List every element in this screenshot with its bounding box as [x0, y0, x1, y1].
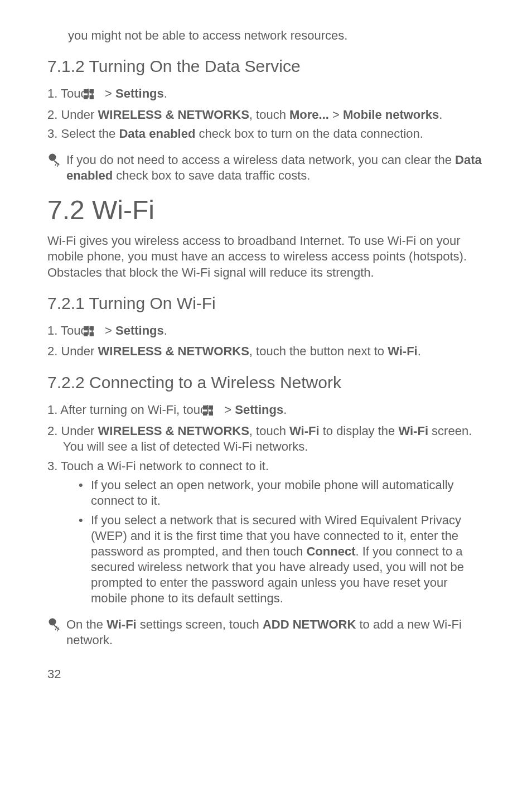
step-text: check box to turn on the data connection… [195, 127, 423, 141]
bullet-2: • If you select a network that is secure… [79, 513, 485, 607]
step-bold: Settings [115, 323, 164, 337]
step-bold: WIRELESS & NETWORKS [98, 344, 249, 358]
step-text: to display the [320, 424, 399, 438]
bullet-text: If you select an open network, your mobi… [91, 478, 454, 508]
step-2: 2. Under WIRELESS & NETWORKS, touch Wi-F… [47, 423, 485, 455]
tip-block: On the Wi-Fi settings screen, touch ADD … [47, 617, 485, 648]
heading-7-2-1: 7.2.1 Turning On Wi-Fi [47, 294, 485, 313]
step-text: . [283, 403, 287, 417]
tip-bold: Wi-Fi [107, 617, 137, 631]
step-text: > [101, 86, 115, 100]
bullet-dot: • [79, 477, 91, 493]
heading-7-2-2: 7.2.2 Connecting to a Wireless Network [47, 373, 485, 392]
step-3: 3. Select the Data enabled check box to … [47, 126, 485, 142]
tip-text: If you do not need to access a wireless … [66, 152, 485, 183]
tip-icon [47, 153, 61, 170]
step-text: 3. Select the [47, 127, 119, 141]
step-3: 3. Touch a Wi-Fi network to connect to i… [47, 458, 485, 475]
step-text: , touch [249, 108, 289, 122]
step-bold: WIRELESS & NETWORKS [98, 108, 249, 122]
step-text: 2. Under [47, 424, 98, 438]
bullet-1: • If you select an open network, your mo… [79, 477, 485, 509]
prev-page-fragment: you might not be able to access network … [68, 28, 485, 44]
step-bold: Settings [235, 403, 283, 417]
step-text: 2. Under [47, 108, 98, 122]
step-text: > [221, 403, 235, 417]
heading-7-1-2: 7.1.2 Turning On the Data Service [47, 57, 485, 76]
step-bold: Data enabled [119, 127, 195, 141]
step-text: . [439, 108, 442, 122]
tip-bold: ADD NETWORK [263, 617, 356, 631]
step-2: 2. Under WIRELESS & NETWORKS, touch More… [47, 107, 485, 123]
tip-run: If you do not need to access a wireless … [66, 153, 455, 167]
step-text: . [164, 323, 167, 337]
bullet-bold: Connect [306, 544, 355, 558]
step-bold: Settings [115, 86, 164, 100]
step-text: 2. Under [47, 344, 98, 358]
tip-run: settings screen, touch [137, 617, 263, 631]
tip-text: On the Wi-Fi settings screen, touch ADD … [66, 617, 485, 648]
step-bold: Mobile networks [343, 108, 439, 122]
step-text: 3. Touch a Wi-Fi network to connect to i… [47, 459, 269, 473]
step-bold: Wi-Fi [398, 424, 428, 438]
step-text: 1. After turning on Wi-Fi, touch [47, 403, 216, 417]
step-text: , touch the button next to [249, 344, 388, 358]
step-text: , touch [249, 424, 289, 438]
section-7-2-para: Wi-Fi gives you wireless access to broad… [47, 233, 485, 280]
step-1: 1. After turning on Wi-Fi, touch > Setti… [47, 402, 485, 420]
step-bold: Wi-Fi [289, 424, 320, 438]
step-2: 2. Under WIRELESS & NETWORKS, touch the … [47, 344, 485, 360]
bullet-dot: • [79, 513, 91, 528]
step-bold: Wi-Fi [388, 344, 418, 358]
heading-7-2: 7.2 Wi-Fi [47, 195, 485, 225]
step-1: 1. Touch > Settings. [47, 323, 485, 341]
step-bold: More... [289, 108, 329, 122]
tip-run: On the [66, 617, 107, 631]
page-number: 32 [47, 667, 485, 682]
step-text: > [329, 108, 343, 122]
step-text: > [101, 323, 115, 337]
step-text: . [164, 86, 167, 100]
step-text: . [418, 344, 421, 358]
tip-icon [47, 618, 61, 635]
step-bold: WIRELESS & NETWORKS [98, 424, 249, 438]
step-1: 1. Touch > Settings. [47, 86, 485, 104]
tip-block: If you do not need to access a wireless … [47, 152, 485, 183]
tip-run: check box to save data traffic costs. [113, 168, 310, 182]
